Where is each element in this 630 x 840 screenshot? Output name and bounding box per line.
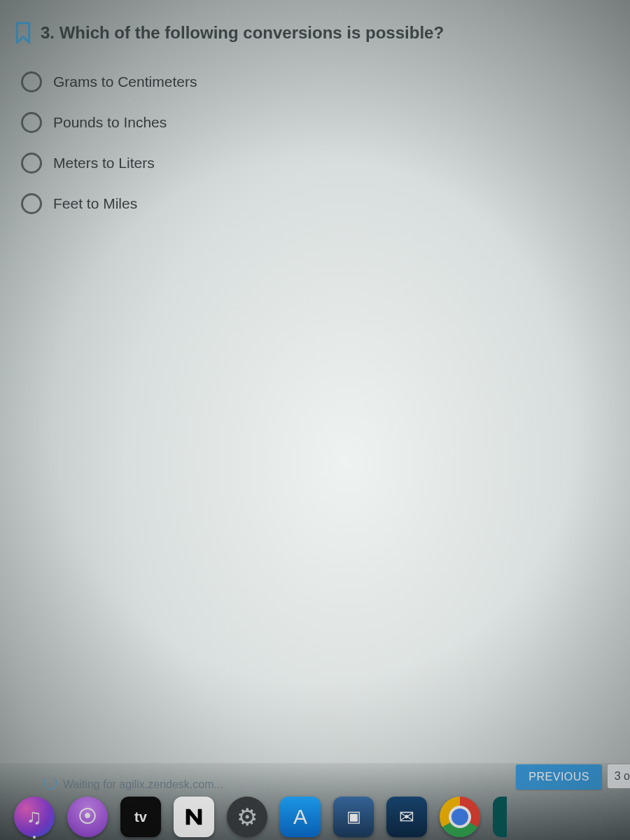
radio-icon[interactable]: [21, 153, 42, 174]
option-label: Meters to Liters: [53, 155, 155, 172]
dock-item-mail[interactable]: ✉: [386, 797, 427, 837]
radio-icon[interactable]: [21, 71, 42, 92]
quiz-content: 3. Which of the following conversions is…: [14, 21, 630, 214]
dock-item-chrome[interactable]: [440, 797, 480, 837]
option-label: Feet to Miles: [53, 195, 137, 212]
bookmark-icon[interactable]: [14, 21, 32, 45]
question-text: 3. Which of the following conversions is…: [41, 23, 444, 43]
option-label: Pounds to Inches: [53, 114, 167, 131]
question-row: 3. Which of the following conversions is…: [14, 21, 630, 45]
appletv-label: tv: [134, 809, 147, 825]
bottom-area: Waiting for agilix.zendesk.com... PREVIO…: [0, 763, 630, 840]
option-0[interactable]: Grams to Centimeters: [21, 71, 630, 92]
option-3[interactable]: Feet to Miles: [21, 193, 630, 214]
question-number: 3.: [41, 23, 55, 42]
dock-item-itunes[interactable]: ♫: [14, 797, 55, 837]
running-indicator-icon: [33, 836, 36, 839]
status-text: Waiting for agilix.zendesk.com...: [63, 778, 223, 791]
appstore-icon: A: [280, 797, 321, 837]
preview-icon: ▣: [333, 797, 374, 837]
notion-icon: [174, 797, 214, 837]
dock-item-edge-clip[interactable]: [493, 797, 507, 837]
option-2[interactable]: Meters to Liters: [21, 153, 630, 174]
dock-item-preview[interactable]: ▣: [333, 797, 374, 837]
previous-button[interactable]: PREVIOUS: [516, 764, 602, 790]
option-1[interactable]: Pounds to Inches: [21, 112, 630, 133]
radio-icon[interactable]: [21, 193, 42, 214]
dock-item-notion[interactable]: [174, 797, 214, 837]
option-label: Grams to Centimeters: [53, 74, 197, 90]
page-indicator: 3 o: [608, 764, 630, 788]
options-list: Grams to Centimeters Pounds to Inches Me…: [14, 71, 630, 214]
dock-item-settings[interactable]: ⚙: [227, 797, 267, 837]
loading-spinner-icon: [43, 776, 57, 790]
radio-icon[interactable]: [21, 112, 42, 133]
question-body: Which of the following conversions is po…: [59, 23, 444, 42]
podcasts-icon: ⦿: [67, 797, 108, 837]
mail-icon: ✉: [386, 797, 427, 837]
dock-item-appstore[interactable]: A: [280, 797, 321, 837]
appletv-icon: tv: [120, 797, 161, 837]
dock: ♫ ⦿ tv ⚙ A ▣ ✉: [14, 797, 507, 837]
clipped-app-icon: [493, 797, 507, 837]
dock-item-podcasts[interactable]: ⦿: [67, 797, 108, 837]
gear-icon: ⚙: [227, 797, 267, 837]
itunes-icon: ♫: [14, 797, 55, 837]
dock-item-appletv[interactable]: tv: [120, 797, 161, 837]
chrome-icon: [440, 797, 480, 837]
